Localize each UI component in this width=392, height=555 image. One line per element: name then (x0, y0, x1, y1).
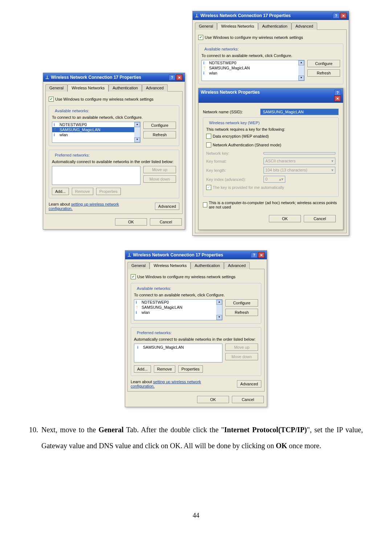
refresh-button[interactable]: Refresh (225, 309, 258, 316)
config-link[interactable]: configuration. (49, 206, 73, 211)
cancel-button[interactable]: Cancel (232, 396, 264, 403)
help-icon[interactable]: ? (333, 13, 339, 19)
moveup-button: Move up (225, 344, 258, 351)
add-button[interactable]: Add... (52, 188, 69, 195)
signal-icon (54, 122, 58, 127)
wireless-icon: ⊥ (195, 13, 199, 18)
close-icon[interactable]: ✕ (176, 74, 183, 80)
instruction-paragraph: 10. Next, move to the General Tab. After… (29, 422, 363, 468)
available-legend: Available networks: (53, 109, 91, 113)
scroll-down-icon[interactable]: ▾ (134, 137, 140, 142)
left-properties-dialog: ⊥ Wireless Network Connection 17 Propert… (43, 73, 185, 230)
tab-auth[interactable]: Authentication (258, 23, 291, 30)
refresh-button[interactable]: Refresh (307, 69, 340, 77)
tab-wireless[interactable]: Wireless Networks (150, 262, 191, 269)
signal-icon (137, 345, 142, 349)
network-key-input (264, 152, 335, 154)
remove-button[interactable]: Remove (154, 365, 175, 373)
close-icon[interactable]: ✕ (340, 13, 347, 19)
available-list[interactable]: NDTESTWEP0 SAMSUNG_MagicLAN wlan ▴ ▾ (52, 122, 140, 143)
ok-button[interactable]: OK (115, 218, 147, 226)
wireless-icon: ⊥ (45, 75, 50, 80)
wireless-icon: ⊥ (127, 252, 132, 258)
ok-button[interactable]: OK (269, 215, 301, 222)
scroll-down-icon[interactable]: ▾ (298, 76, 304, 81)
titlebar: ⊥ Wireless Network Connection 17 Propert… (43, 73, 185, 82)
scroll-down-icon[interactable]: ▾ (216, 315, 222, 320)
help-icon[interactable]: ? (251, 252, 257, 258)
tab-wireless[interactable]: Wireless Networks (68, 84, 109, 92)
config-link[interactable]: configuration. (131, 384, 155, 388)
tab-general[interactable]: General (127, 262, 150, 269)
tab-general[interactable]: General (195, 23, 217, 30)
available-list[interactable]: NDTESTWEP0 SAMSUNG_MagicLAN wlan ▴ ▾ (134, 299, 222, 320)
chevron-down-icon: ▾ (331, 168, 334, 173)
tab-auth[interactable]: Authentication (191, 262, 224, 269)
use-windows-label: Use Windows to configure my wireless net… (55, 97, 154, 101)
learn-link[interactable]: setting up wireless network (71, 202, 119, 206)
remove-button: Remove (72, 188, 93, 195)
use-windows-checkbox[interactable]: ✔ (49, 97, 54, 102)
help-icon[interactable]: ? (169, 74, 175, 80)
close-icon[interactable]: ✕ (334, 96, 341, 101)
close-icon[interactable]: ✕ (258, 252, 265, 258)
configure-button[interactable]: Configure (225, 299, 258, 307)
advanced-button[interactable]: Advanced (155, 203, 179, 210)
scroll-up-icon[interactable]: ▴ (216, 300, 222, 305)
adhoc-checkbox[interactable] (203, 202, 207, 207)
chevron-down-icon: ▾ (331, 159, 334, 163)
available-hint: To connect to an available network, clic… (52, 115, 176, 119)
advanced-button[interactable]: Advanced (237, 380, 261, 388)
movedown-button: Move down (225, 353, 258, 360)
cancel-button[interactable]: Cancel (150, 218, 182, 226)
help-icon[interactable]: ? (334, 90, 341, 96)
network-key-label: Network key: (206, 151, 261, 155)
preferred-hint: Automatically connect to available netwo… (52, 159, 176, 164)
tab-auth[interactable]: Authentication (109, 84, 142, 92)
use-windows-checkbox[interactable]: ✔ (198, 35, 203, 40)
tab-adv[interactable]: Advanced (291, 23, 317, 30)
page-number: 44 (29, 512, 363, 519)
list-marker: 10. (29, 422, 41, 468)
learn-about-text: Learn about setting up wireless network … (49, 202, 119, 211)
refresh-button[interactable]: Refresh (143, 131, 176, 138)
tab-strip: General Wireless Networks Authentication… (43, 82, 185, 91)
antenna-icon (54, 127, 58, 132)
key-index-label: Key index (advanced): (206, 177, 261, 182)
use-windows-checkbox[interactable]: ✔ (131, 274, 136, 279)
key-format-select: ASCII characters▾ (264, 158, 335, 165)
tab-wireless[interactable]: Wireless Networks (217, 23, 258, 30)
adhoc-label: This is a computer-to-computer (ad hoc) … (209, 200, 339, 209)
scroll-up-icon[interactable]: ▴ (298, 60, 304, 65)
cancel-button[interactable]: Cancel (304, 215, 336, 222)
ssid-input[interactable]: SAMSUNG_MagicLAN (260, 109, 339, 115)
network-auth-checkbox[interactable] (206, 142, 211, 147)
configure-button[interactable]: Configure (307, 60, 340, 67)
ssid-label: Network name (SSID): (203, 110, 257, 114)
wprops-title: Wireless Network Properties (201, 90, 260, 101)
wireless-network-properties-dialog: Wireless Network Properties ? ✕ Network … (198, 88, 343, 230)
signal-icon (136, 300, 140, 304)
configure-button[interactable]: Configure (143, 122, 176, 129)
properties-button[interactable]: Properties (178, 365, 203, 373)
key-length-select: 104 bits (13 characters)▾ (264, 167, 335, 174)
tab-adv[interactable]: Advanced (224, 262, 250, 269)
antenna-icon (203, 66, 208, 70)
add-button[interactable]: Add... (134, 365, 151, 373)
learn-link[interactable]: setting up wireless network (153, 380, 201, 384)
signal-icon (136, 310, 140, 315)
ok-button[interactable]: OK (197, 396, 229, 403)
tab-general[interactable]: General (45, 84, 68, 92)
auto-key-checkbox: ✔ (206, 185, 211, 190)
movedown-button: Move down (143, 175, 176, 183)
data-encryption-checkbox[interactable] (206, 134, 211, 139)
scroll-up-icon[interactable]: ▴ (134, 122, 140, 127)
key-index-spinner: 0▴▾ (264, 176, 285, 183)
preferred-list[interactable] (52, 166, 140, 185)
tab-adv[interactable]: Advanced (142, 84, 168, 92)
preferred-list[interactable]: SAMSUNG_MagicLAN (134, 344, 222, 362)
signal-icon (54, 133, 58, 137)
right-properties-dialog: ⊥ Wireless Network Connection 17 Propert… (192, 11, 349, 236)
available-list[interactable]: NDTESTWEP0 SAMSUNG_MagicLAN wlan ▴ ▾ (201, 60, 305, 81)
key-length-label: Key length: (206, 168, 261, 173)
